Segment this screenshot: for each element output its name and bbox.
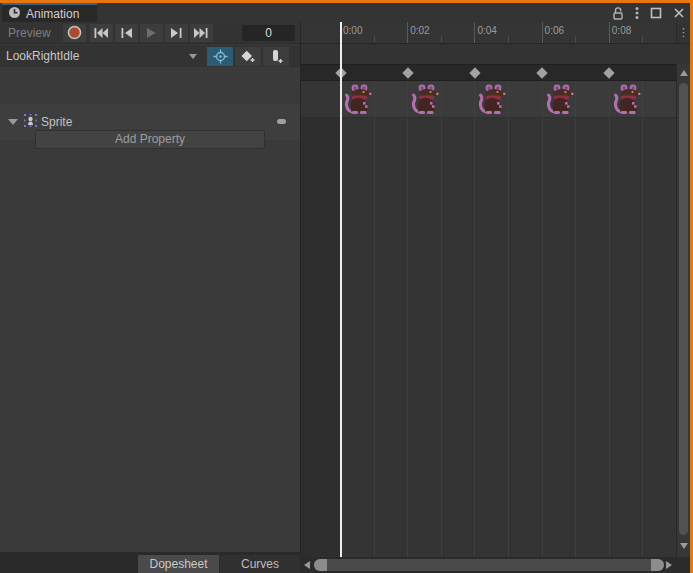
zoom-handle-right[interactable] [651,559,664,571]
keyframe-diamond[interactable] [402,67,413,78]
property-label: Sprite [41,115,72,129]
window-focus-border-top [0,0,693,3]
maximize-icon[interactable] [650,7,662,19]
zoom-handle-left[interactable] [314,559,327,571]
grid-line [642,118,643,557]
preview-toggle[interactable]: Preview [0,22,59,44]
grid-line [441,118,442,557]
tab-dopesheet[interactable]: Dopesheet [138,555,219,573]
ruler-tick-label: 0:02 [410,25,429,36]
horizontal-scrollbar[interactable] [301,557,676,573]
scroll-down-arrow[interactable] [680,543,688,549]
rat-sprite-thumbnail[interactable] [612,83,644,115]
grid-line [407,118,408,557]
rat-sprite-thumbnail[interactable] [545,83,577,115]
grid-line [374,118,375,557]
horizontal-scrollbar-thumb[interactable] [314,559,664,571]
first-key-button[interactable] [90,24,113,42]
keyframe-diamond[interactable] [469,67,480,78]
keyframe-diamond[interactable] [604,67,615,78]
ruler-tick-label: 0:08 [612,25,631,36]
grid-line [542,81,543,117]
ruler-major-tick [407,22,408,44]
last-key-button[interactable] [190,24,213,42]
close-icon[interactable] [673,7,685,19]
ruler-major-tick [474,22,475,44]
scroll-up-arrow[interactable] [680,70,688,76]
keyframe-diamond[interactable] [536,67,547,78]
auto-key-toggle[interactable] [207,47,233,66]
grid-line [508,118,509,557]
tab-title: Animation [26,7,79,21]
animation-left-panel: Preview 0 LookRightIdle [0,22,301,552]
record-button[interactable] [63,24,86,42]
grid-line [542,118,543,557]
ruler-major-tick [542,22,543,44]
chevron-down-icon [189,54,197,59]
clock-icon [8,6,21,22]
dopesheet-area[interactable] [301,118,676,557]
clip-name: LookRightIdle [6,49,79,63]
scroll-right-arrow[interactable] [666,561,672,569]
ruler-minor-tick [508,36,509,43]
tab-animation[interactable]: Animation [2,3,97,22]
add-keyframe-button[interactable] [235,47,261,66]
frame-number-input[interactable]: 0 [242,25,295,41]
grid-line [575,118,576,557]
timeline-ruler[interactable]: 0:000:020:040:060:08 [301,22,676,44]
mode-tab-strip: Dopesheet Curves [0,552,301,573]
clip-toolbar: LookRightIdle [0,45,300,67]
play-button[interactable] [140,24,163,42]
ruler-tick-label: 0:00 [343,25,362,36]
add-property-button[interactable]: Add Property [35,130,265,149]
ruler-options-kebab-icon[interactable]: ⋮ [676,22,690,44]
sprite-keyframe-track[interactable] [301,81,676,118]
kebab-menu-icon[interactable] [635,6,639,20]
scroll-left-arrow[interactable] [304,561,310,569]
tab-bar: Animation [0,3,693,22]
ruler-minor-tick [642,36,643,43]
property-list: Sprite Add Property [0,67,300,552]
ruler-minor-tick [374,36,375,43]
keyframe-summary-track[interactable] [301,64,676,81]
playback-toolbar: Preview 0 [0,22,300,44]
unlock-icon[interactable] [612,6,624,20]
grid-line [407,81,408,117]
rat-sprite-thumbnail[interactable] [410,83,442,115]
rat-sprite-thumbnail[interactable] [343,83,375,115]
window-controls [612,3,685,22]
ruler-minor-tick [441,36,442,43]
playhead-line[interactable] [340,22,342,557]
ruler-tick-label: 0:04 [477,25,496,36]
out-of-range-shade [301,118,340,557]
rat-sprite-thumbnail[interactable] [477,83,509,115]
vertical-scrollbar-thumb[interactable] [679,83,688,535]
ruler-major-tick [609,22,610,44]
animation-window: Animation Preview [0,0,693,573]
next-key-button[interactable] [165,24,188,42]
grid-line [609,118,610,557]
sprite-icon [24,114,37,130]
clip-selector-dropdown[interactable]: LookRightIdle [0,49,205,63]
vertical-scrollbar[interactable] [676,64,690,557]
ruler-tick-label: 0:06 [545,25,564,36]
grid-line [474,118,475,557]
out-of-range-shade [301,81,340,117]
previous-key-button[interactable] [115,24,138,42]
tab-curves[interactable]: Curves [220,555,300,573]
keyed-value-indicator[interactable] [277,119,286,124]
timeline-header-spacer [301,44,676,64]
grid-line [474,81,475,117]
ruler-minor-tick [575,36,576,43]
add-event-button[interactable] [263,47,289,66]
foldout-triangle-icon[interactable] [8,119,18,125]
grid-line [609,81,610,117]
